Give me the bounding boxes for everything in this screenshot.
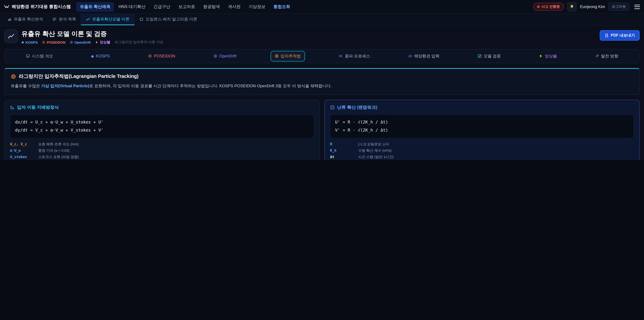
dice-icon [330,105,335,110]
nav-board[interactable]: 게시판 [224,2,244,12]
rocket-icon [595,54,599,58]
nav-hns-dispersion[interactable]: HNS·대기확산 [115,2,149,12]
page-subtitle: 라그랑지안 입자추적 이론 기반 [115,40,164,45]
random-walk-card: 난류 확산 (랜덤워크) U' = R · √(2K_h / Δt) V' = … [324,100,640,160]
document-icon [604,33,609,38]
intro-heading: 라그랑지안 입자추적법(Lagrangian Particle Tracking… [19,73,138,80]
nav-reports[interactable]: 보고자료 [175,2,199,12]
section-tab-poseidon[interactable]: POSEIDON [144,51,179,61]
tab-model-theory[interactable]: 유출유확산모델 이론 [81,14,134,25]
tab-label: 유출유 확산분석 [14,16,43,22]
intro-heading-row: 라그랑지안 입자추적법(Lagrangian Particle Tracking… [11,73,633,80]
check-square-icon [478,54,482,58]
section-tab-validation[interactable]: 모델 검증 [474,51,505,61]
tab-boom-algorithm[interactable]: 오일펜스 배치 알고리즘 이론 [134,14,202,25]
badge-opendrift: OpenDrift [70,40,91,44]
line-chart-icon [8,33,14,40]
section-tab-particle-tracking[interactable]: 입자추적법 [270,51,305,61]
nav-aerial-search[interactable]: 항공탐색 [200,2,224,12]
nav-weather[interactable]: 기상정보 [245,2,269,12]
main-content: 유출유 확산 모델 이론 및 검증 ◆ KOSPS POSEIDON Ope [0,26,644,160]
incident-status-badge[interactable]: 사고 진행중 [533,3,564,11]
top-nav-right: 사고 진행중 Eunjeong Kim 로그아웃 [533,2,640,12]
diamond-icon: ◆ [91,54,94,58]
brand[interactable]: 해양환경 위기대응 통합시스템 [4,4,71,10]
definition-row: U_c, V_c 표층 해류·조류 속도 (m/s) [10,142,314,147]
circle-dot-icon [70,41,73,44]
section-tab-ocean-env[interactable]: 해양환경 입력 [404,51,444,61]
top-nav: 해양환경 위기대응 통합시스템 유출유 확산예측 HNS·대기확산 긴급구난 보… [0,0,644,14]
hamburger-menu-icon[interactable] [634,5,640,9]
equation-v-prime: V' = R · √(2K_h / Δt) [335,126,629,134]
governing-definitions: U_c, V_c 표층 해류·조류 속도 (m/s) α·U_w 풍량 기여 (… [10,142,314,160]
set-square-icon [10,105,15,110]
app-root: 해양환경 위기대응 통합시스템 유출유 확산예측 HNS·대기확산 긴급구난 보… [0,0,644,160]
section-tab-system-overview[interactable]: 시스템 개요 [22,51,57,61]
main-nav: 유출유 확산예측 HNS·대기확산 긴급구난 보고자료 항공탐색 게시판 기상정… [76,2,533,12]
formula-cards-row: 입자 이동 지배방정식 dx/dt = U_c + α·U_w + U_stok… [4,100,640,160]
sub-tab-bar: 유출유 확산분석 분석 목록 유출유확산모델 이론 오일펜스 배치 알고리즘 이… [0,14,644,26]
circle-dot-icon [213,54,217,58]
definition-row: U_stokes 스토크스 표류 (파랑 영향) [10,155,314,159]
tab-analysis-list[interactable]: 분석 목록 [48,14,81,25]
bolt-icon [95,41,98,44]
intro-section: 라그랑지안 입자추적법(Lagrangian Particle Tracking… [4,68,640,95]
page-icon [4,30,18,43]
list-icon [52,17,57,21]
random-walk-title-row: 난류 확산 (랜덤워크) [330,104,634,110]
highlight-virtual-particle: 가상 입자(Virtual Particle) [41,84,89,88]
circle-dot-icon [42,41,46,44]
section-tab-roadmap[interactable]: 발전 방향 [591,51,622,61]
incident-label: 사고 진행중 [541,4,560,9]
tab-spill-analysis[interactable]: 유출유 확산분석 [3,14,48,25]
cloud-icon [408,54,412,58]
nav-integrated-search[interactable]: 통합조회 [270,2,294,12]
section-tab-wind-wave[interactable]: 풍파 프로세스 [335,51,374,61]
equation-dy: dy/dt = V_c + α·V_w + V_stokes + V' [15,126,309,134]
target-icon [11,74,16,79]
wing-logo-icon [4,4,10,10]
equation-dx: dx/dt = U_c + α·U_w + U_stokes + U' [15,118,309,126]
page-header: 유출유 확산 모델 이론 및 검증 ◆ KOSPS POSEIDON Ope [4,30,640,45]
system-title: 해양환경 위기대응 통합시스템 [12,4,71,10]
line-chart-icon [86,17,90,21]
equation-u-prime: U' = R · √(2K_h / Δt) [335,118,629,126]
target-icon [274,54,278,58]
bolt-icon [539,54,543,58]
random-walk-title: 난류 확산 (랜덤워크) [337,104,377,110]
wave-icon [339,54,343,58]
incident-dot-icon [537,6,539,8]
section-tab-opendrift[interactable]: OpenDrift [209,51,240,61]
tab-label: 분석 목록 [59,16,76,22]
nav-spill-forecast[interactable]: 유출유 확산예측 [76,2,114,12]
monitor-icon [26,54,30,58]
page-meta: ◆ KOSPS POSEIDON OpenDrift [22,40,163,45]
logout-button[interactable]: 로그아웃 [608,3,629,11]
badge-poseidon: POSEIDON [42,40,66,44]
intro-text: 유출유를 수많은 가상 입자(Virtual Particle)로 표현하여, … [11,83,633,90]
section-tab-ensemble[interactable]: 앙상블 [535,51,561,61]
random-walk-definitions: R [-1,1] 균등분포 난수 K_h 수평 확산 계수 (m²/s) Δt … [330,142,634,159]
scatter-chart-icon [8,17,12,21]
bell-icon [570,4,574,9]
governing-card-title-row: 입자 이동 지배방정식 [10,104,314,110]
tab-label: 오일펜스 배치 알고리즘 이론 [146,16,197,22]
diamond-icon: ◆ [22,41,24,44]
definition-row: R [-1,1] 균등분포 난수 [330,142,634,147]
notifications-button[interactable] [567,2,577,12]
governing-equations-code: dx/dt = U_c + α·U_w + U_stokes + U' dy/d… [10,114,314,138]
circle-dot-icon [148,54,152,58]
nav-emergency-rescue[interactable]: 긴급구난 [150,2,174,12]
governing-equation-card: 입자 이동 지배방정식 dx/dt = U_c + α·U_w + U_stok… [4,100,320,160]
definition-row: Δt 시간 스텝 (일반 1시간) [330,155,634,159]
section-tab-kosps[interactable]: ◆ KOSPS [87,51,114,61]
section-nav: 시스템 개요 ◆ KOSPS POSEIDON OpenDrift 입자추적법 … [4,49,640,63]
pdf-export-label: PDF 내보내기 [611,33,635,38]
badge-ensemble: 앙상블 [95,40,110,45]
user-name: Eunjeong Kim [580,4,605,9]
tab-label: 유출유확산모델 이론 [92,16,130,22]
definition-row: α·U_w 풍량 기여 (α ≈ 0.03) [10,148,314,153]
governing-card-title: 입자 이동 지배방정식 [17,104,59,110]
badge-kosps: ◆ KOSPS [22,40,38,44]
pdf-export-button[interactable]: PDF 내보내기 [600,30,640,41]
